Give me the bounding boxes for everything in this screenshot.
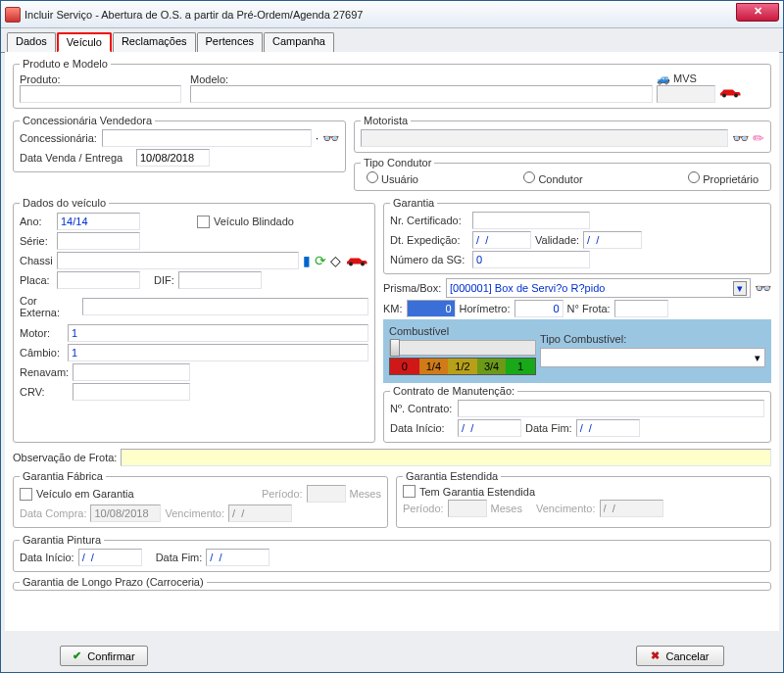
group-concessionaria: Concessionária Vendedora Concessionária:… [13, 115, 346, 172]
confirmar-button[interactable]: ✔ Confirmar [60, 646, 148, 666]
input-concessionaria[interactable] [102, 129, 312, 147]
input-venc-fab[interactable] [228, 505, 292, 522]
chevron-down-icon-2[interactable]: ▾ [751, 352, 764, 364]
fuel-gauge: 0 1/4 1/2 3/4 1 [389, 358, 536, 375]
input-dt-fim[interactable] [576, 419, 640, 437]
input-modelo[interactable] [190, 85, 653, 103]
input-dtexp[interactable] [472, 231, 531, 249]
group-tipo-condutor: Tipo Condutor Usuário Condutor Proprietá… [354, 157, 771, 191]
car-red-icon[interactable] [718, 86, 742, 98]
input-produto[interactable] [20, 85, 181, 103]
group-gar-longo-prazo: Garantia de Longo Prazo (Carroceria) [13, 576, 771, 591]
svg-point-1 [734, 94, 738, 98]
input-ano[interactable] [57, 213, 140, 230]
label-motor: Motor: [20, 327, 64, 339]
gauge-0: 0 [390, 359, 419, 374]
input-mvs[interactable] [657, 85, 715, 103]
input-chassi[interactable] [57, 252, 299, 269]
app-icon [5, 7, 21, 23]
check-gar-estendida[interactable] [403, 485, 416, 498]
input-horimetro[interactable] [514, 300, 564, 317]
tabs: Dados Veículo Reclamações Pertences Camp… [1, 28, 783, 53]
label-validade: Validade: [535, 234, 579, 246]
label-periodo-fab: Período: [262, 488, 303, 500]
input-placa[interactable] [57, 271, 140, 289]
titlebar: Incluir Serviço - Abertura de O.S. a par… [1, 1, 783, 28]
combo-prisma-value: [000001] Box de Servi?o R?pido [450, 282, 605, 294]
label-ano: Ano: [20, 216, 53, 227]
label-nr-contrato: Nº. Contrato: [390, 403, 454, 414]
dropdown-icon[interactable]: · [316, 132, 318, 144]
input-dt-inicio[interactable] [458, 419, 521, 437]
input-pint-fim[interactable] [206, 549, 270, 566]
input-crv[interactable] [73, 383, 190, 401]
tab-veiculo[interactable]: Veículo [57, 32, 112, 53]
close-button[interactable]: ✕ [736, 3, 779, 22]
input-dtcompra[interactable] [90, 505, 161, 522]
gauge-12: 1/2 [448, 359, 477, 374]
binoculars-icon-2[interactable]: 👓 [732, 130, 749, 146]
check-icon: ✔ [73, 649, 81, 662]
group-gar-estendida: Garantia Estendida Tem Garantia Estendid… [396, 470, 771, 528]
input-data-venda[interactable] [136, 149, 210, 167]
fuel-panel: Combustível 0 1/4 1/2 3/4 1 Tipo Co [383, 319, 771, 383]
input-km[interactable] [407, 300, 456, 317]
eraser-icon[interactable]: ✏ [753, 130, 764, 146]
input-venc-est[interactable] [600, 500, 663, 517]
legend-contrato: Contrato de Manutenção: [390, 385, 517, 397]
tab-dados[interactable]: Dados [7, 32, 56, 52]
tab-pertences[interactable]: Pertences [197, 32, 264, 52]
input-periodo-est[interactable] [448, 500, 487, 517]
group-motorista: Motorista 👓 ✏ [354, 115, 771, 153]
barcode-icon[interactable]: ▮ [303, 253, 311, 268]
car-small-icon[interactable] [345, 255, 368, 266]
radio-condutor[interactable] [523, 171, 535, 183]
input-pint-inicio[interactable] [78, 549, 142, 566]
input-serie[interactable] [57, 232, 140, 250]
input-nrcert[interactable] [472, 212, 590, 229]
input-nr-contrato[interactable] [458, 400, 764, 417]
label-tipo-comb: Tipo Combustível: [540, 333, 626, 345]
input-motorista[interactable] [361, 129, 728, 147]
input-renavam[interactable] [73, 363, 190, 381]
cancelar-label: Cancelar [665, 650, 709, 662]
refresh-icon[interactable]: ⟳ [315, 253, 326, 268]
input-dif[interactable] [178, 271, 262, 289]
input-cor[interactable] [82, 298, 368, 315]
fuel-slider[interactable] [389, 340, 536, 356]
label-concessionaria: Concessionária: [20, 132, 98, 144]
eraser-icon-2[interactable]: ◇ [330, 253, 341, 268]
label-periodo-est: Período: [403, 503, 444, 514]
cancelar-button[interactable]: ✖ Cancelar [636, 646, 724, 666]
input-validade[interactable] [583, 231, 642, 249]
binoculars-icon[interactable]: 👓 [322, 130, 339, 146]
label-combustivel: Combustível [389, 325, 449, 337]
binoculars-icon-3[interactable]: 👓 [755, 280, 771, 296]
input-obs-frota[interactable] [121, 449, 771, 466]
check-veiculo-garantia[interactable] [20, 488, 32, 501]
label-chassi: Chassi [20, 255, 53, 266]
input-cambio[interactable] [68, 344, 368, 361]
chevron-down-icon[interactable]: ▾ [733, 281, 747, 296]
group-garantia: Garantia Nr. Certificado: Dt. Expedição:… [383, 197, 771, 274]
label-gar-estendida: Tem Garantia Estendida [419, 486, 535, 498]
slider-thumb[interactable] [390, 339, 400, 357]
legend-tipo-condutor: Tipo Condutor [361, 157, 434, 168]
gauge-14: 1/4 [419, 359, 449, 374]
label-modelo: Modelo: [190, 73, 228, 85]
label-cor: Cor Externa: [20, 295, 78, 318]
legend-produto-modelo: Produto e Modelo [20, 58, 111, 70]
label-usuario: Usuário [381, 173, 418, 185]
svg-point-3 [361, 263, 365, 266]
combo-prisma[interactable]: [000001] Box de Servi?o R?pido▾ [446, 278, 751, 298]
tab-campanha[interactable]: Campanha [264, 32, 334, 52]
tab-reclamacoes[interactable]: Reclamações [113, 32, 196, 52]
input-sg[interactable] [472, 251, 590, 268]
radio-usuario[interactable] [367, 171, 378, 183]
input-periodo-fab[interactable] [307, 485, 346, 503]
radio-proprietario[interactable] [688, 171, 700, 183]
combo-tipo-comb[interactable]: ▾ [540, 348, 765, 367]
input-motor[interactable] [68, 324, 368, 342]
input-frota[interactable] [614, 300, 668, 317]
check-blindado[interactable] [197, 216, 210, 228]
